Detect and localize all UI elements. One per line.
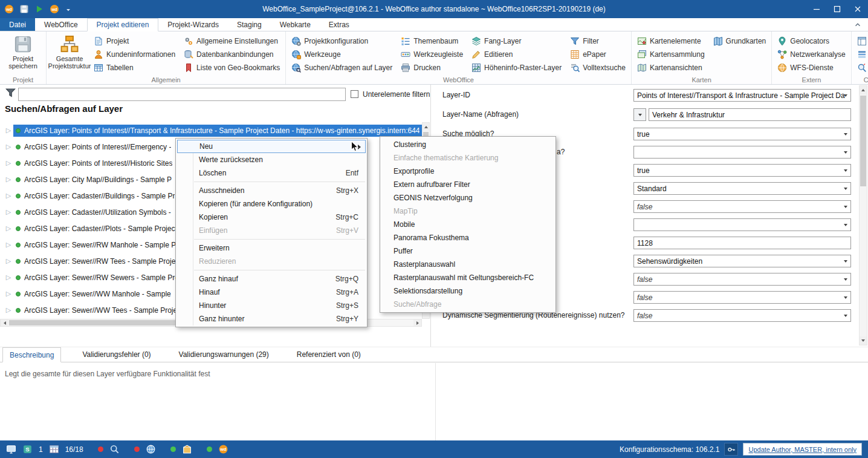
property-dropdown[interactable]: false xyxy=(633,273,851,286)
ribbon-button-gesamte-projektstruktur[interactable]: Gesamte Projektstruktur xyxy=(50,33,89,70)
dropdown-arrow-icon[interactable] xyxy=(841,128,850,140)
menu-item-hinauf[interactable]: HinaufStrg+A xyxy=(176,286,367,299)
ribbon-button-geolocators[interactable]: Geolocators xyxy=(776,34,847,48)
scroll-down-button[interactable] xyxy=(860,336,867,345)
menu-item-kopieren-fuer-andere-konfiguration[interactable]: Kopieren (für andere Konfiguration) xyxy=(176,197,367,211)
dropdown-arrow-icon[interactable] xyxy=(841,201,850,212)
ribbon-tab-webkarte[interactable]: Webkarte xyxy=(271,18,320,31)
menu-item-suche-abfrage[interactable]: Suche/Abfrage xyxy=(380,298,555,311)
property-dropdown[interactable]: false xyxy=(633,200,851,213)
minimize-button[interactable] xyxy=(806,0,827,18)
dropdown-arrow-icon[interactable] xyxy=(841,183,850,194)
menu-item-geonis-netzverfolgung[interactable]: GEONIS Netzverfolgung xyxy=(380,191,555,204)
ribbon-button-werkzeugleiste[interactable]: Werkzeugleiste xyxy=(399,48,465,61)
ribbon-button-projekt-speichern[interactable]: Projekt speichern xyxy=(4,33,42,70)
ribbon-button-core-panel[interactable] xyxy=(855,34,868,48)
menu-item-ganz-hinunter[interactable]: Ganz hinunterStrg+Y xyxy=(176,312,367,326)
menu-item-panorama-fokusthema[interactable]: Panorama Fokusthema xyxy=(380,231,555,244)
dropdown-arrow-icon[interactable] xyxy=(841,292,850,303)
ribbon-button-core-search[interactable] xyxy=(855,61,868,74)
menu-item-mobile[interactable]: Mobile xyxy=(380,218,555,231)
ribbon-collapse-button[interactable] xyxy=(852,20,863,30)
quick-access-menu-dropdown[interactable] xyxy=(65,5,72,13)
property-dropdown[interactable]: false xyxy=(633,291,851,304)
menu-item-puffer[interactable]: Puffer xyxy=(380,244,555,258)
property-dropdown[interactable] xyxy=(633,218,851,231)
property-dropdown[interactable]: Points of Interest//Transport & Infrastr… xyxy=(633,89,851,102)
bottom-tab-validierungswarnungen-29[interactable]: Validierungswarnungen (29) xyxy=(172,347,276,362)
property-dropdown[interactable]: true xyxy=(633,128,851,140)
menu-item-ganz-hinauf[interactable]: Ganz hinaufStrg+Q xyxy=(176,272,367,286)
ribbon-tab-datei[interactable]: Datei xyxy=(0,18,35,31)
user-license-button[interactable]: Update Author, MASTER, intern only xyxy=(743,443,862,456)
quick-access-run[interactable] xyxy=(34,4,44,14)
menu-item-neu[interactable]: Neu xyxy=(177,140,366,153)
ribbon-button-drucken[interactable]: Drucken xyxy=(399,61,465,74)
scroll-up-button[interactable] xyxy=(860,86,867,94)
ribbon-button-projekt[interactable]: Projekt xyxy=(92,34,177,48)
bottom-tab-referenziert-von-0[interactable]: Referenziert von (0) xyxy=(290,347,368,362)
ribbon-button-kartenelemente[interactable]: Kartenelemente xyxy=(635,34,707,48)
menu-item-einfache-thematische-kartierung[interactable]: Einfache thematische Kartierung xyxy=(380,151,555,165)
property-dropdown[interactable]: true xyxy=(633,164,851,177)
form-vertical-scrollbar[interactable] xyxy=(859,85,867,345)
ribbon-button-hoeheninfo-raster-layer[interactable]: Höheninfo-Raster-Layer xyxy=(470,61,563,74)
menu-item-ausschneiden[interactable]: AusschneidenStrg+X xyxy=(176,184,367,197)
property-input[interactable]: Verkehr & Infrastruktur xyxy=(649,108,851,121)
menu-item-rasterplanauswahl-mit-geltungsbereich-fc[interactable]: Rasterplanauswahl mit Geltungsbereich-FC xyxy=(380,271,555,284)
ribbon-tab-extras[interactable]: Extras xyxy=(320,18,358,31)
ribbon-button-filter[interactable]: Filter xyxy=(568,34,627,48)
ribbon-button-datenbankanbindungen[interactable]: Datenbankanbindungen xyxy=(182,48,282,61)
license-key-button[interactable] xyxy=(724,443,738,456)
ribbon-button-allgemeine-einstellungen[interactable]: Allgemeine Einstellungen xyxy=(182,34,282,48)
menu-item-hinunter[interactable]: HinunterStrg+S xyxy=(176,299,367,312)
ribbon-button-grundkarten[interactable]: Grundkarten xyxy=(711,34,768,48)
scrollbar-thumb[interactable] xyxy=(860,96,866,186)
ribbon-button-editieren[interactable]: Editieren xyxy=(470,48,563,61)
bottom-tab-validierungsfehler-0[interactable]: Validierungsfehler (0) xyxy=(76,347,157,362)
dropdown-arrow-icon[interactable] xyxy=(841,219,850,231)
ribbon-button-kartensammlung[interactable]: Kartensammlung xyxy=(635,48,707,61)
ribbon-button-projektkonfiguration[interactable]: Projektkonfiguration xyxy=(290,34,394,48)
dropdown-button[interactable] xyxy=(633,108,646,121)
dropdown-arrow-icon[interactable] xyxy=(841,273,850,285)
menu-item-rasterplanauswahl[interactable]: Rasterplanauswahl xyxy=(380,258,555,271)
menu-item-maptip[interactable]: MapTip xyxy=(380,204,555,218)
menu-item-kopieren[interactable]: KopierenStrg+C xyxy=(176,211,367,224)
ribbon-button-epaper[interactable]: ePaper xyxy=(568,48,627,61)
property-dropdown[interactable] xyxy=(633,146,851,159)
menu-item-erweitern[interactable]: Erweitern xyxy=(176,241,367,255)
ribbon-tab-projekt-editieren[interactable]: Projekt editieren xyxy=(87,18,159,31)
dropdown-arrow-icon[interactable] xyxy=(841,310,850,321)
ribbon-button-tabellen[interactable]: Tabellen xyxy=(92,61,177,74)
menu-item-werte-zuruecksetzen[interactable]: Werte zurücksetzen xyxy=(176,153,367,166)
dropdown-arrow-icon[interactable] xyxy=(841,90,850,101)
property-dropdown[interactable]: false xyxy=(633,309,851,322)
dropdown-arrow-icon[interactable] xyxy=(841,165,850,176)
menu-item-clustering[interactable]: Clustering xyxy=(380,138,555,151)
ribbon-button-netzwerkanalyse[interactable]: Netzwerkanalyse xyxy=(776,48,847,61)
ribbon-button-themenbaum[interactable]: Themenbaum xyxy=(399,34,465,48)
menu-item-extern-aufrufbarer-filter[interactable]: Extern aufrufbarer Filter xyxy=(380,178,555,191)
ribbon-tab-projekt-wizards[interactable]: Projekt-Wizards xyxy=(158,18,228,31)
ribbon-tab-weboffice[interactable]: WebOffice xyxy=(35,18,87,31)
menu-item-selektionsdarstellung[interactable]: Selektionsdarstellung xyxy=(380,284,555,298)
property-dropdown[interactable]: Sehenswürdigkeiten xyxy=(633,255,851,267)
ribbon-button-core-bars[interactable] xyxy=(855,48,868,61)
menu-item-loeschen[interactable]: LöschenEntf xyxy=(176,166,367,180)
ribbon-button-kartenansichten[interactable]: Kartenansichten xyxy=(635,61,707,74)
menu-item-exportprofile[interactable]: Exportprofile xyxy=(380,165,555,178)
ribbon-tab-staging[interactable]: Staging xyxy=(228,18,271,31)
ribbon-button-liste-von-geo-bookmarks[interactable]: Liste von Geo-Bookmarks xyxy=(182,61,282,74)
menu-item-reduzieren[interactable]: Reduzieren xyxy=(176,255,367,268)
quick-access-weboffice-logo[interactable]: wd xyxy=(50,4,59,14)
quick-access-save-qa[interactable] xyxy=(19,4,29,14)
dropdown-arrow-icon[interactable] xyxy=(841,255,850,267)
ribbon-button-kundeninformationen[interactable]: Kundeninformationen xyxy=(92,48,177,61)
property-input[interactable]: 1128 xyxy=(633,237,851,249)
ribbon-button-fang-layer[interactable]: Fang-Layer xyxy=(470,34,563,48)
bottom-tab-beschreibung[interactable]: Beschreibung xyxy=(2,347,61,362)
close-button[interactable] xyxy=(847,0,868,18)
maximize-button[interactable] xyxy=(827,0,847,18)
property-dropdown[interactable]: Standard xyxy=(633,182,851,195)
